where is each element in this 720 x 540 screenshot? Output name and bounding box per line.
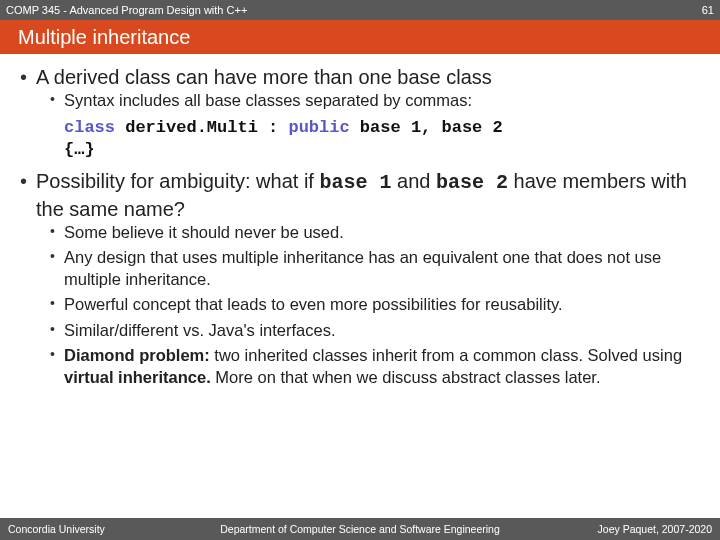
bullet-2-5: Diamond problem: two inherited classes i… [50,345,700,388]
code-text: derived.Multi : [115,118,288,137]
bullet-2-5-text2: More on that when we discuss abstract cl… [211,368,601,386]
bullet-2-3: Powerful concept that leads to even more… [50,294,700,315]
code-text: base 1, base 2 [350,118,503,137]
bullet-2: Possibility for ambiguity: what if base … [20,168,700,388]
bullet-1-1: Syntax includes all base classes separat… [50,90,700,111]
code-text: {…} [64,139,700,160]
bullet-2-text-mid: and [391,170,435,192]
bullet-2-1: Some believe it should never be used. [50,222,700,243]
page-number: 61 [702,4,714,16]
slide-title: Multiple inheritance [18,26,190,49]
bullet-1: A derived class can have more than one b… [20,64,700,160]
slide-body: A derived class can have more than one b… [0,54,720,518]
code-keyword: public [288,118,349,137]
course-label: COMP 345 - Advanced Program Design with … [6,4,247,16]
footer-bar: Concordia University Department of Compu… [0,518,720,540]
bullet-2-code2: base 2 [436,171,508,194]
bullet-2-5-bold1: Diamond problem: [64,346,210,364]
bullet-2-5-text1: two inherited classes inherit from a com… [210,346,682,364]
bullet-2-2: Any design that uses multiple inheritanc… [50,247,700,290]
bullet-2-5-bold2: virtual inheritance. [64,368,211,386]
footer-left: Concordia University [8,523,105,535]
slide-title-bar: Multiple inheritance [0,20,720,54]
footer-center: Department of Computer Science and Softw… [220,523,500,535]
code-keyword: class [64,118,115,137]
bullet-2-text-pre: Possibility for ambiguity: what if [36,170,319,192]
bullet-2-code1: base 1 [319,171,391,194]
footer-right: Joey Paquet, 2007-2020 [598,523,712,535]
code-block: class derived.Multi : public base 1, bas… [64,117,700,160]
bullet-1-text: A derived class can have more than one b… [36,66,492,88]
bullet-2-4: Similar/different vs. Java's interfaces. [50,320,700,341]
header-bar: COMP 345 - Advanced Program Design with … [0,0,720,20]
